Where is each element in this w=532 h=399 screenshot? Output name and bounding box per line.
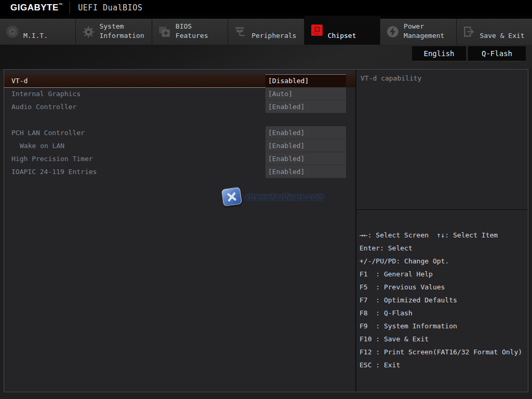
tab-mit[interactable]: M.I.T. <box>0 19 76 45</box>
help-key-line: →←: Select Screen ↑↓: Select Item <box>360 229 525 242</box>
setting-row-pch-lan-controller[interactable]: PCH LAN Controller [Enabled] <box>4 126 355 139</box>
watermark: xtremehardware.com <box>222 188 324 205</box>
setting-value[interactable]: [Enabled] <box>265 100 346 113</box>
setting-row-high-precision-timer[interactable]: High Precision Timer [Enabled] <box>4 152 355 165</box>
setting-label: PCH LAN Controller <box>4 126 265 139</box>
tab-power-management[interactable]: Power Management <box>380 19 456 45</box>
setting-value[interactable]: [Enabled] <box>265 139 346 152</box>
setting-value[interactable]: [Enabled] <box>265 152 346 165</box>
tab-label: M.I.T. <box>22 19 75 45</box>
help-key-line: F8 : Q-Flash <box>360 307 525 320</box>
setting-value[interactable]: [Enabled] <box>265 126 346 139</box>
key-legend: →←: Select Screen ↑↓: Select Item Enter:… <box>356 210 528 371</box>
tab-label: System Information <box>98 19 151 45</box>
peripherals-icon <box>228 19 250 45</box>
row-spacer <box>4 113 355 126</box>
tab-label: Chipset <box>326 16 380 45</box>
tab-label: Save & Exit <box>478 19 532 45</box>
help-key-line: F10 : Save & Exit <box>360 332 525 345</box>
trademark-symbol: ™ <box>59 3 63 7</box>
setting-label: Wake on LAN <box>4 139 265 152</box>
help-key-line: F7 : Optimized Defaults <box>360 294 525 307</box>
setting-label: IOAPIC 24-119 Entries <box>4 165 265 178</box>
help-key-line: F1 : General Help <box>360 268 525 281</box>
setting-row-wake-on-lan[interactable]: Wake on LAN [Enabled] <box>4 139 355 152</box>
setting-row-vt-d[interactable]: VT-d [Disabled] <box>4 74 355 87</box>
setting-label: VT-d <box>4 74 265 87</box>
tab-system-information[interactable]: System Information <box>76 19 152 45</box>
setting-label: High Precision Timer <box>4 152 265 165</box>
exit-door-icon <box>457 19 478 45</box>
tab-bios-features[interactable]: BIOS Features <box>152 19 228 45</box>
qflash-button[interactable]: Q-Flash <box>468 46 526 61</box>
help-key-line: F9 : System Information <box>360 320 525 332</box>
tab-chipset[interactable]: Chipset <box>304 16 380 45</box>
gigabyte-logo: GIGABYTE™ <box>10 3 63 13</box>
chipset-icon <box>304 16 326 45</box>
setting-row-audio-controller[interactable]: Audio Controller [Enabled] <box>4 100 355 113</box>
setting-row-internal-graphics[interactable]: Internal Graphics [Auto] <box>4 87 355 100</box>
language-button[interactable]: English <box>412 46 466 61</box>
gear-icon <box>76 19 98 45</box>
power-bolt-icon <box>380 19 402 45</box>
sub-header-band: English Q-Flash <box>0 45 532 69</box>
item-description: VT-d capability <box>356 70 528 210</box>
tab-save-exit[interactable]: Save & Exit <box>457 19 532 45</box>
firmware-title: UEFI DualBIOS <box>78 3 142 12</box>
tab-bar: M.I.T. System Information BIOS Fe <box>0 16 532 45</box>
mit-dial-icon <box>0 19 22 45</box>
top-bar: GIGABYTE™ UEFI DualBIOS <box>0 0 532 16</box>
help-panel: VT-d capability →←: Select Screen ↑↓: Se… <box>355 70 528 392</box>
tab-label: BIOS Features <box>174 19 228 45</box>
header-divider <box>70 2 70 14</box>
setting-value[interactable]: [Disabled] <box>265 74 346 87</box>
help-key-line: +/-/PU/PD: Change Opt. <box>360 255 525 268</box>
xtremehardware-icon <box>221 187 242 207</box>
watermark-text: xtremehardware.com <box>245 192 324 201</box>
setting-row-ioapic-entries[interactable]: IOAPIC 24-119 Entries [Enabled] <box>4 165 355 178</box>
bios-features-icon <box>152 19 174 45</box>
setting-label: Internal Graphics <box>4 87 265 100</box>
tab-label: Power Management <box>402 19 456 45</box>
setting-label: Audio Controller <box>4 100 265 113</box>
help-key-line: F12 : Print Screen(FAT16/32 Format Only) <box>360 345 525 358</box>
tab-label: Peripherals <box>250 19 303 45</box>
settings-list: VT-d [Disabled] Internal Graphics [Auto]… <box>4 70 355 392</box>
tab-peripherals[interactable]: Peripherals <box>228 19 304 45</box>
help-key-line: F5 : Previous Values <box>360 281 525 294</box>
help-key-line: ESC : Exit <box>360 358 525 371</box>
settings-panel: VT-d [Disabled] Internal Graphics [Auto]… <box>4 69 528 392</box>
help-key-line: Enter: Select <box>360 242 525 255</box>
setting-value[interactable]: [Auto] <box>265 87 346 100</box>
setting-value[interactable]: [Enabled] <box>265 165 346 178</box>
